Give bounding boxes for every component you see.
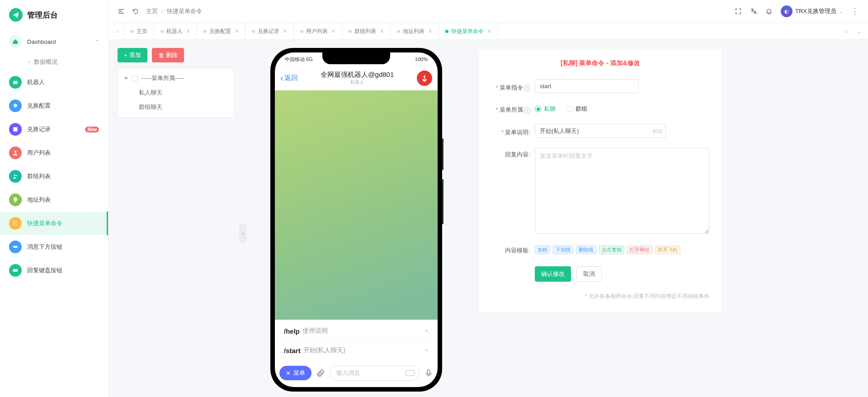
sidebar-item-keyboard-buttons[interactable]: 回复键盘按钮 [0, 259, 108, 282]
location-icon [9, 194, 22, 206]
tree-item-private[interactable]: 私人聊天 [118, 85, 234, 100]
char-counter: 8/10 [653, 128, 662, 134]
tree-root[interactable]: -----菜单所属----- [118, 71, 234, 85]
form-panel: [私聊] 菜单命令 - 添加&修改 菜单指令? 菜单所属? 私聊 群组 菜单 [478, 48, 722, 313]
svg-point-8 [14, 175, 16, 176]
command-item[interactable]: /start 开始(私人聊天) ↖ [277, 341, 436, 360]
more-icon[interactable]: ⋮ [851, 6, 859, 16]
tab-quick-menu[interactable]: 快捷菜单命令✕ [439, 23, 498, 39]
attach-icon[interactable] [316, 369, 325, 378]
checkbox[interactable] [132, 75, 138, 81]
tree-label: -----菜单所属----- [142, 74, 184, 82]
brand: 管理后台 [0, 0, 108, 30]
confirm-button[interactable]: 确认修改 [535, 266, 571, 282]
sidebar-item-dashboard[interactable]: Dashboard ⌃ [0, 30, 108, 53]
drag-handle[interactable]: ◂ [240, 224, 246, 242]
sidebar-item-label: Dashboard [27, 38, 56, 45]
battery-label: 100% [415, 57, 428, 62]
cancel-button[interactable]: 取消 [576, 266, 602, 282]
template-underline[interactable]: 下划线 [553, 246, 573, 254]
tab-address-list[interactable]: 地址列表✕ [391, 23, 439, 39]
user-menu[interactable]: ◐ TRX兑换管理员 ⌄ [781, 5, 843, 17]
breadcrumb-home[interactable]: 主页 [146, 7, 158, 15]
back-label: 返回 [284, 74, 298, 82]
close-icon[interactable]: ✕ [380, 28, 384, 34]
button-icon [9, 241, 22, 253]
close-icon[interactable]: ✕ [428, 28, 432, 34]
phone-side-button [442, 138, 443, 170]
svg-point-10 [15, 198, 16, 200]
translate-icon[interactable] [750, 8, 757, 15]
mic-icon[interactable] [424, 369, 433, 378]
tab-robot[interactable]: 机器人✕ [154, 23, 197, 39]
sidebar-item-group-list[interactable]: 群组列表 [0, 165, 108, 188]
tab-user-list[interactable]: 用户列表✕ [294, 23, 342, 39]
back-button[interactable]: ‹ 返回 [280, 73, 298, 83]
sidebar-item-label: 快捷菜单命令 [27, 219, 62, 227]
template-contact[interactable]: 联系飞机 [655, 246, 680, 254]
chat-subtitle: 机器人 [302, 79, 413, 85]
tabs-next[interactable]: › [840, 23, 853, 39]
button-label: 删除 [166, 51, 178, 59]
sidebar-item-msg-buttons[interactable]: 消息下方按钮 [0, 235, 108, 259]
sidebar-menu: Dashboard ⌃ 数据概况 机器人 兑换配置 兑换记录 New 用户列 [0, 30, 108, 397]
close-icon[interactable]: ✕ [283, 28, 287, 34]
tree-item-group[interactable]: 群组聊天 [118, 100, 234, 114]
tab-home[interactable]: 主页 [124, 23, 154, 39]
close-icon[interactable]: ✕ [235, 28, 239, 34]
close-icon[interactable]: ✕ [487, 28, 491, 34]
sidebar-item-exchange-config[interactable]: 兑换配置 [0, 94, 108, 118]
command-item[interactable]: /help 使用说明 ↖ [277, 321, 436, 341]
sidebar-item-address-list[interactable]: 地址列表 [0, 188, 108, 212]
delete-button[interactable]: 🗑删除 [152, 48, 184, 62]
caret-down-icon [124, 77, 128, 80]
sidebar-item-data-overview[interactable]: 数据概况 [0, 53, 108, 71]
radio-label: 私聊 [544, 105, 556, 113]
tabs-menu[interactable]: ⌄ [853, 23, 865, 39]
command-input[interactable] [535, 79, 639, 93]
chat-background [275, 90, 438, 320]
fullscreen-icon[interactable] [735, 8, 742, 15]
bell-icon[interactable] [765, 8, 773, 15]
refresh-icon[interactable] [132, 8, 139, 15]
tab-exchange-config[interactable]: 兑换配置✕ [197, 23, 245, 39]
svg-rect-5 [14, 128, 17, 129]
sidebar-item-label: 机器人 [27, 78, 45, 86]
label-command: 菜单指令? [491, 81, 530, 92]
brand-logo-icon [9, 8, 23, 22]
add-button[interactable]: +添加 [118, 48, 147, 62]
label-template: 内容模板: [491, 244, 530, 255]
template-bold[interactable]: 加粗 [535, 246, 550, 254]
tab-group-list[interactable]: 群组列表✕ [342, 23, 391, 39]
template-copy[interactable]: 点击复制 [599, 246, 624, 254]
menu-button[interactable]: ✕ 菜单 [279, 366, 311, 380]
sidebar-item-quick-menu[interactable]: 快捷菜单命令 [0, 212, 108, 235]
sidebar-item-robot[interactable]: 机器人 [0, 71, 108, 94]
svg-point-7 [14, 151, 17, 153]
template-url[interactable]: 打开网址 [627, 246, 652, 254]
close-icon[interactable]: ✕ [186, 28, 190, 34]
template-strike[interactable]: 删除线 [576, 246, 596, 254]
radio-group[interactable]: 群组 [566, 105, 587, 113]
desc-input[interactable] [535, 124, 666, 138]
breadcrumb: 主页 / 快捷菜单命令 [146, 7, 202, 15]
chat-title: 全网最强机器人@gd801 [302, 71, 413, 79]
breadcrumb-current: 快捷菜单命令 [167, 7, 202, 15]
radio-private[interactable]: 私聊 [535, 105, 556, 113]
collapse-sidebar-icon[interactable] [118, 8, 125, 15]
chat-input-bar: ✕ 菜单 输入消息 [275, 362, 438, 387]
command-key: /start [284, 347, 301, 354]
user-icon [9, 147, 22, 159]
tab-exchange-log[interactable]: 兑换记录✕ [245, 23, 294, 39]
sidebar-item-exchange-log[interactable]: 兑换记录 New [0, 118, 108, 141]
help-icon[interactable]: ? [524, 107, 530, 113]
tab-label: 兑换记录 [258, 28, 279, 35]
robot-icon [9, 76, 22, 89]
reply-textarea[interactable] [535, 148, 709, 234]
tree-label: 群组聊天 [139, 103, 162, 111]
close-icon[interactable]: ✕ [331, 28, 335, 34]
tabs-prev[interactable]: ‹ [111, 23, 124, 39]
help-icon[interactable]: ? [524, 85, 530, 91]
message-input[interactable]: 输入消息 [330, 365, 420, 381]
sidebar-item-user-list[interactable]: 用户列表 [0, 141, 108, 165]
